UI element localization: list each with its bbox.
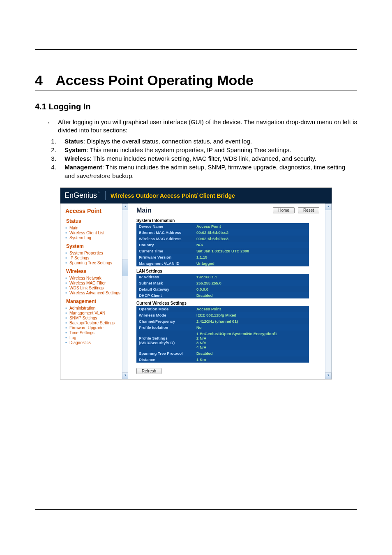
row-value: 2.412GHz (channel 01) [194, 318, 309, 324]
row-value: Disabled [194, 292, 309, 298]
sidebar-scroll-up[interactable]: ▴ [122, 204, 129, 210]
row-value: Access Point [194, 223, 309, 229]
table-row: Wireless MAC Address00:02:6f:6d:0b:c3 [136, 236, 309, 242]
row-value: 1.1.15 [194, 254, 309, 260]
row-value: No [194, 324, 309, 331]
feature-item: System: This menu includes the system pr… [58, 146, 357, 154]
sidebar-item[interactable]: Spanning Tree Settings [65, 261, 125, 265]
row-value: 00:02:6f:6d:0b:c2 [194, 229, 309, 236]
row-key: Spanning Tree Protocol [136, 350, 194, 356]
table-title: System Information [136, 218, 328, 223]
reset-button[interactable]: Reset [298, 207, 319, 213]
sidebar-scroll-down[interactable]: ▾ [122, 372, 129, 379]
feature-term: Management [65, 164, 102, 171]
main-scroll-up[interactable]: ▴ [325, 204, 332, 210]
row-key: Firmware Version [136, 254, 194, 260]
table-row: Distance1 Km [136, 356, 309, 363]
table-row: Firmware Version1.1.15 [136, 254, 309, 260]
feature-item: Management: This menu includes the admin… [58, 163, 357, 180]
row-key: Operation Mode [136, 306, 194, 312]
sidebar-item[interactable]: Wireless Client List [65, 231, 125, 235]
main-panel: ▴ ▾ Main Home Reset System InformationDe… [128, 204, 332, 379]
sidebar-item[interactable]: Time Settings [65, 331, 125, 335]
table-row: Current TimeSat Jan 1 03:15:28 UTC 2000 [136, 248, 309, 254]
section-number: 4.1 [35, 102, 46, 111]
row-key: Distance [136, 356, 194, 363]
row-key: Profile Isolation [136, 324, 194, 331]
sidebar-section-head: Status [66, 218, 125, 224]
table-row: Management VLAN IDUntagged [136, 260, 309, 266]
row-key: Profile Settings (SSID/Security/VID) [136, 331, 194, 350]
sidebar-item[interactable]: Wireless MAC Filter [65, 281, 125, 285]
row-key: Channel/Frequency [136, 318, 194, 324]
table-title: LAN Settings [136, 269, 328, 273]
sidebar-item[interactable]: System Properties [65, 251, 125, 255]
sidebar-item[interactable]: Diagnostics [65, 340, 125, 345]
sidebar-item[interactable]: Backup/Restore Settings [65, 321, 125, 325]
feature-item: Status: Displays the overall status, con… [58, 137, 357, 146]
feature-desc: : Displays the overall status, connectio… [83, 138, 252, 145]
row-key: Device Name [136, 223, 194, 229]
chapter-number: 4 [35, 72, 52, 88]
table-row: Wireless ModeIEEE 802.11b/g Mixed [136, 312, 309, 318]
sidebar-item[interactable]: System Log [65, 236, 125, 240]
sidebar: ▴ ▾ Access Point StatusMainWireless Clie… [60, 204, 128, 379]
row-value: 255.255.255.0 [194, 280, 309, 286]
table-row: Device NameAccess Point [136, 223, 309, 229]
row-key: Ethernet MAC Address [136, 229, 194, 236]
section-heading: 4.1 Logging In [35, 102, 357, 111]
info-table: Device NameAccess PointEthernet MAC Addr… [136, 223, 309, 266]
chapter-title: Access Point Operating Mode [55, 72, 254, 88]
sidebar-item[interactable]: SNMP Settings [65, 316, 125, 320]
row-key: DHCP Client [136, 292, 194, 298]
row-value: 00:02:6f:6d:0b:c3 [194, 236, 309, 242]
refresh-button[interactable]: Refresh [136, 368, 161, 374]
sidebar-item[interactable]: Log [65, 335, 125, 340]
section-title: Logging In [48, 102, 90, 111]
row-value: Disabled [194, 350, 309, 356]
feature-list: Status: Displays the overall status, con… [35, 137, 357, 180]
row-value: Untagged [194, 260, 309, 266]
sidebar-item[interactable]: Management VLAN [65, 311, 125, 315]
sidebar-item[interactable]: WDS Link Settings [65, 286, 125, 290]
table-row: Profile IsolationNo [136, 324, 309, 331]
main-scroll-down[interactable]: ▾ [325, 372, 332, 379]
feature-desc: : This menu includes network setting, MA… [90, 155, 316, 162]
brand-logo: EnGenius⌃ [65, 191, 100, 200]
app-banner: EnGenius⌃ Wireless Outdoor Access Point/… [60, 188, 332, 204]
sidebar-item[interactable]: Wireless Advanced Settings [65, 291, 125, 295]
top-rule [35, 49, 357, 50]
table-row: Profile Settings (SSID/Security/VID)1 En… [136, 331, 309, 350]
sidebar-scroll-thumb[interactable] [122, 259, 129, 276]
sidebar-item[interactable]: IP Settings [65, 256, 125, 260]
sidebar-item[interactable]: Main [65, 226, 125, 230]
main-title: Main [136, 207, 270, 214]
home-button[interactable]: Home [273, 207, 295, 213]
row-value: 1 EnGenius1/Open System/No Encryption/12… [194, 331, 309, 350]
table-row: CountryN/A [136, 242, 309, 248]
heading-underline [35, 90, 357, 90]
feature-desc: : This menu includes the admin setup, SN… [65, 164, 345, 179]
main-scroll-track[interactable] [325, 209, 332, 373]
row-value: IEEE 802.11b/g Mixed [194, 312, 309, 318]
embedded-screenshot: EnGenius⌃ Wireless Outdoor Access Point/… [60, 187, 332, 379]
row-key: Management VLAN ID [136, 260, 194, 266]
info-table: Operation ModeAccess PointWireless ModeI… [136, 306, 309, 363]
sidebar-section-head: Wireless [66, 268, 125, 274]
sidebar-item[interactable]: Firmware Upgrade [65, 326, 125, 330]
sidebar-item[interactable]: Administration [65, 306, 125, 310]
feature-desc: : This menu includes the system properti… [86, 146, 291, 153]
table-row: Spanning Tree ProtocolDisabled [136, 350, 309, 356]
table-row: IP Address192.168.1.1 [136, 274, 309, 280]
feature-item: Wireless: This menu includes network set… [58, 155, 357, 163]
row-value: 0.0.0.0 [194, 286, 309, 292]
table-title: Current Wireless Settings [136, 301, 328, 305]
chapter-heading: 4 Access Point Operating Mode [35, 72, 357, 88]
wifi-icon: ⌃ [97, 191, 100, 195]
intro-bullet-list: After logging in you will graphical user… [35, 118, 357, 135]
row-value: Access Point [194, 306, 309, 312]
info-table: IP Address192.168.1.1Subnet Mask255.255.… [136, 274, 309, 298]
row-key: Default Gateway [136, 286, 194, 292]
sidebar-item[interactable]: Wireless Network [65, 276, 125, 280]
sidebar-scroll-track[interactable] [122, 209, 129, 373]
